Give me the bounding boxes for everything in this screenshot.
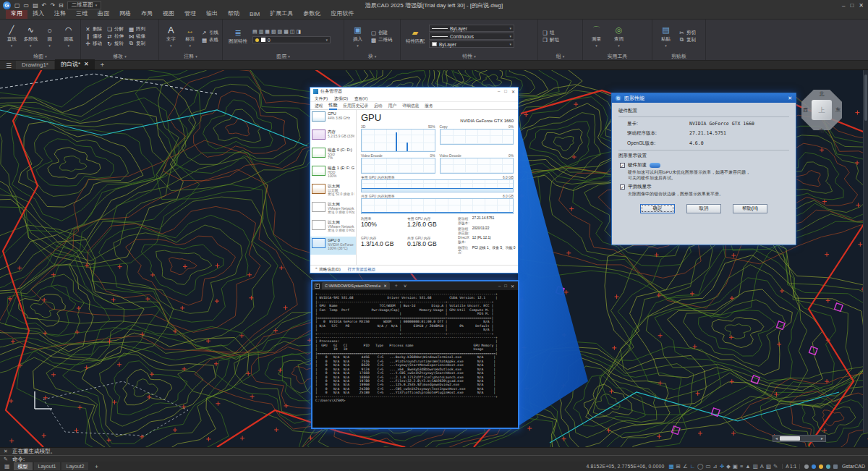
tm-tab[interactable]: 应用历史记录 [343, 103, 368, 109]
ribbon-tab[interactable]: 插入 [27, 9, 49, 19]
ribbon-tab[interactable]: 扩展工具 [265, 9, 298, 19]
status-toggle-icon[interactable]: ∠ [683, 463, 688, 470]
status-toggle-icon[interactable]: ⊞ [676, 463, 681, 470]
layer-state-icon[interactable]: ▤ [252, 29, 258, 35]
tm-close-button[interactable]: ✕ [511, 89, 515, 94]
tm-tab[interactable]: 用户 [388, 103, 397, 109]
paste-button[interactable]: ▤ 粘贴 ▾ [656, 25, 676, 48]
app-logo-icon[interactable]: G [3, 1, 11, 9]
tab-menu-icon[interactable]: ☰ [2, 62, 15, 69]
tm-menu-item[interactable]: 查看(V) [354, 96, 367, 101]
cmd-tab-close-icon[interactable]: ✕ [383, 284, 387, 288]
quick-access-icon[interactable]: ↶ [41, 2, 48, 9]
group-tool-button[interactable]: ❑ 组 [542, 30, 559, 36]
horizontal-scrollbar[interactable]: ◄ ► [773, 435, 826, 442]
draw-tool-button[interactable]: ╱ 直线 ▾ [4, 25, 20, 48]
hardware-accel-checkbox[interactable]: ✓ [620, 163, 625, 168]
modify-tool-button[interactable]: ⋈ 镜像 [128, 33, 145, 40]
modify-tool-button[interactable]: ✛ 移动 [85, 41, 102, 47]
ribbon-tab[interactable]: 曲面 [93, 9, 114, 19]
ribbon-tab[interactable]: 帮助 [223, 9, 244, 19]
insert-block-button[interactable]: ▣ 插入 ▾ [348, 25, 367, 48]
property-select[interactable]: ByLayer ▾ [429, 25, 514, 32]
utility-tool-button[interactable]: ◎ 查询 ▾ [609, 25, 629, 48]
layer-state-icon[interactable]: ◨ [296, 29, 301, 35]
status-toggle-icon[interactable]: ✎ [773, 463, 778, 470]
dialog-titlebar[interactable]: G 图形性能 ✕ [612, 93, 796, 103]
modify-tool-button[interactable]: ▦ 阵列 [128, 26, 145, 33]
ribbon-tab[interactable]: 常用 [6, 9, 27, 19]
modify-tool-button[interactable]: ✕ 删除 [85, 26, 102, 33]
layout-tab[interactable]: Layout2 [61, 462, 88, 470]
tm-sidebar-item[interactable]: 以太网 以太网 发送 52.0 接收 0 Kbps [310, 182, 356, 200]
annotate-tool-button[interactable]: ↗ 引线 [201, 30, 218, 36]
status-toggle-icon[interactable]: ✛ [720, 463, 724, 470]
layer-state-icon[interactable]: ▧ [271, 29, 276, 35]
cmd-tab[interactable]: C:\WINDOWS\System32\cmd.e ✕ [322, 282, 390, 289]
text-button[interactable]: A 文字 ▾ [163, 25, 179, 48]
vertical-scrollbar[interactable] [863, 70, 868, 433]
vertical-scrollbar-thumb[interactable] [864, 75, 867, 121]
quick-access-icon[interactable]: ⊟ [57, 2, 65, 9]
compass-north[interactable]: 北 [820, 90, 825, 98]
tm-sidebar-item[interactable]: 以太网 VMware Network... 发送 0 接收 0 Kbps [310, 218, 356, 237]
workspace-switcher[interactable]: 二维草图 ▾ [67, 1, 102, 9]
ribbon-tab[interactable]: 网格 [114, 9, 136, 19]
compass-east[interactable]: 东 [835, 106, 841, 114]
status-toggle-icon[interactable]: ▲ [745, 463, 750, 470]
tm-tab[interactable]: 详细信息 [402, 103, 419, 109]
status-toggle-icon[interactable]: ◆ [726, 463, 731, 470]
tm-sidebar-item[interactable]: 内存 5.2/15.9 GB (33%) [310, 128, 356, 146]
tm-tab[interactable]: 进程 [315, 103, 323, 109]
tm-sidebar-item[interactable]: 磁盘 1 (E: F: G:) HDD 100% [310, 164, 356, 182]
status-toggle-icon[interactable]: ≡ [740, 463, 743, 470]
new-tab-button[interactable]: ＋ [95, 60, 109, 69]
tm-fewer-details-button[interactable]: ⌃ 简略信息(D) [315, 267, 341, 272]
scroll-right-arrow-icon[interactable]: ► [820, 436, 824, 441]
status-toggle-icon[interactable]: ⊿ [712, 463, 717, 470]
match-properties-button[interactable]: ▰ 特性匹配 [404, 27, 426, 45]
ribbon-tab[interactable]: 管理 [179, 9, 201, 19]
status-toggle-icon[interactable]: ∟ [690, 463, 695, 470]
isolate-objects-icon[interactable] [804, 464, 809, 469]
smooth-lines-checkbox[interactable]: ✓ [620, 184, 625, 190]
panel-label-properties[interactable]: 特性▾ [401, 53, 537, 60]
minimize-button[interactable]: – [842, 2, 845, 9]
block-tool-button[interactable]: ▩ 二维码 [370, 37, 393, 43]
group-tool-button[interactable]: ❒ 解组 [542, 37, 559, 43]
layout-tab[interactable]: 模型 [14, 462, 33, 470]
tm-open-resource-monitor-link[interactable]: 打开资源监视器 [348, 267, 376, 272]
tm-tab[interactable]: 服务 [425, 103, 433, 109]
property-select[interactable]: ByLayer ▾ [429, 41, 514, 48]
dialog-button[interactable]: 确定 [640, 204, 675, 213]
tm-sidebar-item[interactable]: 以太网 VMware Network... 发送 0 接收 0 Kbps [310, 200, 356, 218]
model-grid-icon[interactable]: ▦ [3, 463, 12, 470]
cmd-new-tab-button[interactable]: ＋ [392, 282, 400, 289]
draw-tool-button[interactable]: ○ 圆 ▾ [42, 25, 58, 48]
tm-sidebar-item[interactable]: CPU 44% 3.89 GHz [310, 110, 356, 128]
cloud-status-icon[interactable] [826, 464, 830, 469]
cmd-close-button[interactable]: ✕ [511, 284, 514, 289]
modify-tool-button[interactable]: ∥ 偏移 [85, 33, 102, 40]
status-toggle-icon[interactable]: ▭ [705, 463, 710, 470]
status-toggle-icon[interactable]: ◯ [697, 463, 703, 470]
layer-state-icon[interactable]: ◫ [290, 29, 295, 35]
status-toggle-icon[interactable]: ▦ [669, 463, 674, 470]
panel-label-block[interactable]: 块▾ [344, 53, 400, 60]
modify-tool-button[interactable]: ❏ 分解 [106, 26, 124, 33]
tm-sidebar-item[interactable]: GPU 0 NVIDIA GeForce G... 100% (36°C) [310, 237, 356, 255]
task-manager-titlebar[interactable]: 任务管理器 – □ ✕ [310, 88, 518, 96]
ribbon-tab[interactable]: 输出 [201, 9, 223, 19]
quick-access-icon[interactable]: ▤ [31, 2, 40, 9]
drawing-canvas[interactable]: 上 北 南 西 东 任务管理器 – □ ✕ 文件(F)选项(O)查看(V) [0, 70, 868, 447]
clipboard-tool-button[interactable]: ⧉ 复制 [678, 37, 696, 43]
customize-command-icon[interactable]: ✎ [3, 457, 9, 462]
layer-state-icon[interactable]: ▦ [265, 29, 270, 35]
draw-tool-button[interactable]: ◠ 圆弧 ▾ [61, 25, 77, 48]
scroll-left-arrow-icon[interactable]: ◄ [775, 436, 778, 441]
block-tool-button[interactable]: ▢ 创建 [370, 30, 393, 36]
horizontal-scrollbar-thumb[interactable] [780, 436, 800, 441]
notification-bulb-icon[interactable] [819, 464, 823, 469]
ribbon-tab[interactable]: 视图 [158, 9, 179, 19]
modify-tool-button[interactable]: ↻ 旋转 [106, 41, 124, 47]
